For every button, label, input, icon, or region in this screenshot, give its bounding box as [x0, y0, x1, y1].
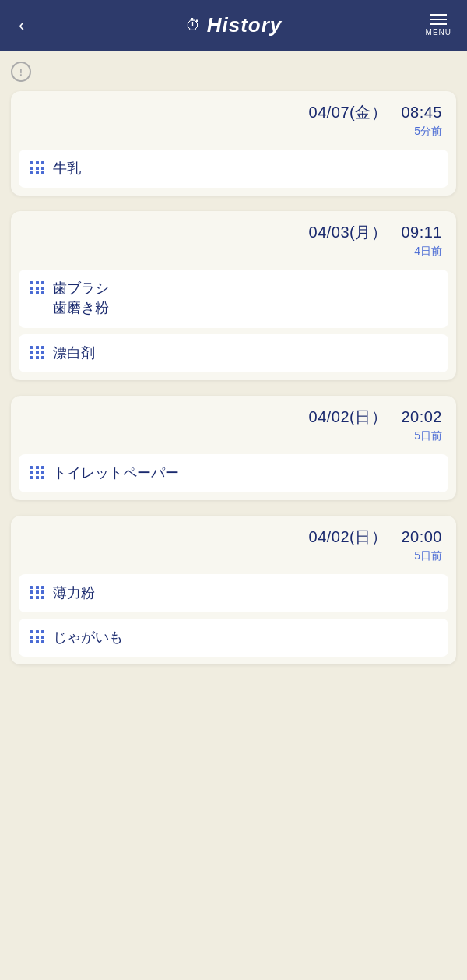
card-1-relative-time: 5分前	[25, 125, 442, 139]
drag-grid-icon	[30, 466, 45, 479]
hamburger-icon	[430, 14, 447, 25]
card-1-datetime: 04/07(金） 08:45	[25, 102, 442, 123]
drag-grid-icon	[30, 346, 45, 359]
list-item: トイレットペーパー	[19, 454, 448, 492]
card-4-header: 04/02(日） 20:00 5日前	[11, 516, 456, 568]
list-item: 歯ブラシ 歯磨き粉	[19, 270, 448, 327]
card-2-time: 09:11	[401, 224, 442, 241]
page-title: History	[207, 13, 283, 37]
menu-label: MENU	[426, 28, 451, 37]
card-3-header: 04/02(日） 20:02 5日前	[11, 396, 456, 448]
card-4-date: 04/02(日）	[309, 528, 388, 545]
card-3-datetime: 04/02(日） 20:02	[25, 407, 442, 428]
drag-grid-icon	[30, 586, 45, 599]
card-3-relative-time: 5日前	[25, 429, 442, 443]
card-2-header: 04/03(月） 09:11 4日前	[11, 211, 456, 263]
history-card-1: 04/07(金） 08:45 5分前 牛乳	[11, 91, 456, 196]
card-1-header: 04/07(金） 08:45 5分前	[11, 91, 456, 143]
card-4-datetime: 04/02(日） 20:00	[25, 527, 442, 548]
card-4-relative-time: 5日前	[25, 549, 442, 563]
card-2-relative-time: 4日前	[25, 245, 442, 259]
list-item: 牛乳	[19, 150, 448, 188]
menu-button[interactable]: MENU	[423, 11, 455, 40]
item-text: じゃがいも	[53, 628, 123, 647]
list-item: じゃがいも	[19, 619, 448, 657]
list-item: 薄力粉	[19, 574, 448, 612]
item-text: 漂白剤	[53, 344, 95, 363]
list-item: 漂白剤	[19, 334, 448, 372]
history-card-4: 04/02(日） 20:00 5日前 薄力粉 じゃがいも	[11, 516, 456, 664]
info-icon: !	[11, 62, 31, 82]
header-title-group: ⏱ History	[185, 13, 283, 37]
back-button[interactable]: ‹	[12, 9, 30, 42]
header: ‹ ⏱ History MENU	[0, 0, 467, 51]
main-content: ! 04/07(金） 08:45 5分前 牛乳 04/03(月）	[0, 51, 467, 689]
item-text: 薄力粉	[53, 583, 95, 603]
item-text: トイレットペーパー	[53, 464, 179, 483]
history-card-3: 04/02(日） 20:02 5日前 トイレットペーパー	[11, 396, 456, 500]
card-3-time: 20:02	[401, 408, 442, 425]
card-1-time: 08:45	[401, 104, 442, 121]
drag-grid-icon	[30, 630, 45, 643]
info-icon-container: !	[11, 60, 456, 83]
drag-grid-icon	[30, 161, 45, 174]
card-3-date: 04/02(日）	[309, 408, 388, 425]
item-text: 牛乳	[53, 159, 81, 178]
card-4-time: 20:00	[401, 528, 442, 545]
item-text: 歯ブラシ 歯磨き粉	[53, 279, 109, 318]
card-1-date: 04/07(金）	[309, 104, 388, 121]
history-clock-icon: ⏱	[185, 16, 201, 34]
card-2-date: 04/03(月）	[309, 224, 388, 241]
drag-grid-icon	[30, 281, 45, 294]
card-2-datetime: 04/03(月） 09:11	[25, 222, 442, 243]
history-card-2: 04/03(月） 09:11 4日前 歯ブラシ 歯磨き粉 漂白	[11, 211, 456, 380]
